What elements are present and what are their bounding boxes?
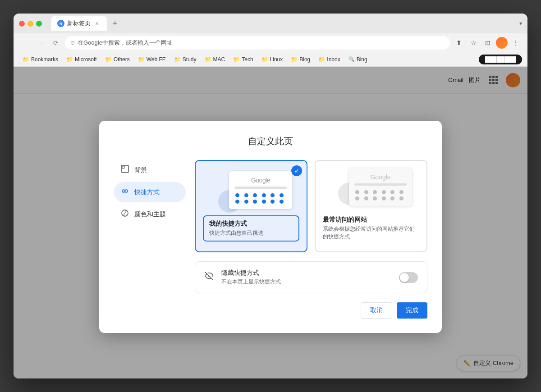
page-content: Gmail 图片 自定义此页 (14, 67, 527, 378)
bookmark-mac[interactable]: 📁 MAC (201, 55, 229, 64)
dot (364, 196, 368, 201)
bookmark-label: Linux (270, 56, 283, 63)
dot (235, 199, 239, 203)
address-bar[interactable]: ⊙ 在Google中搜索，或者输入一个网址 (65, 36, 450, 50)
sidebar-item-shortcuts[interactable]: 快捷方式 (114, 182, 186, 202)
folder-icon: 📁 (105, 56, 112, 63)
dot (390, 190, 394, 194)
extensions-button[interactable]: ⊡ (481, 36, 494, 49)
custom-button[interactable]: ████████ (479, 55, 522, 64)
bookmark-linux[interactable]: 📁 Linux (258, 55, 287, 64)
sidebar-item-label-colors: 颜色和主题 (134, 210, 166, 218)
bookmark-label: Study (183, 56, 197, 63)
dot (373, 196, 377, 201)
toggle-text: 隐藏快捷方式 不在本页上显示快捷方式 (221, 269, 392, 286)
tab-bar: N 新标签页 × + ▾ (51, 16, 522, 31)
bookmark-label: Tech (242, 56, 253, 63)
cancel-button[interactable]: 取消 (361, 302, 392, 319)
title-bar: N 新标签页 × + ▾ (14, 14, 527, 33)
toolbar-actions: ⬆ ☆ ⊡ ⋮ (453, 36, 522, 49)
option-desc-1: 快捷方式由您自己挑选 (209, 229, 293, 237)
option-card-my-shortcuts[interactable]: ✓ Google (195, 160, 307, 252)
folder-icon: 📁 (261, 56, 268, 63)
option-card-most-visited[interactable]: Google (315, 160, 427, 252)
bookmark-others[interactable]: 📁 Others (101, 55, 133, 64)
bookmark-label: Bookmarks (31, 56, 58, 63)
dot (382, 196, 386, 201)
sidebar-item-colors[interactable]: 颜色和主题 (114, 204, 186, 224)
bookmark-label: MAC (213, 56, 225, 63)
dot (280, 199, 284, 203)
maximize-window-button[interactable] (36, 21, 42, 27)
background-icon (120, 164, 130, 176)
close-window-button[interactable] (19, 21, 25, 27)
dot (280, 193, 284, 197)
sidebar-item-label-shortcuts: 快捷方式 (134, 188, 160, 196)
bookmark-label: Bing (357, 56, 367, 63)
tab-title: 新标签页 (67, 19, 91, 27)
active-tab[interactable]: N 新标签页 × (51, 16, 107, 31)
colors-icon (120, 209, 130, 220)
dot (253, 199, 257, 203)
hide-icon (204, 271, 214, 283)
mini-google-card: Google (229, 171, 292, 209)
browser-window: N 新标签页 × + ▾ ← → ⟳ ⊙ 在Google中搜索，或者输入一个网址… (14, 14, 527, 378)
svg-rect-1 (122, 166, 124, 169)
dot (244, 193, 248, 197)
option-cards: ✓ Google (195, 160, 427, 252)
option-label-plain-2: 最常访问的网站 系统会根据您经常访问的网站推荐它们的快捷方式 (323, 212, 419, 244)
mini-google-logo-1: Google (234, 176, 287, 183)
mini-search-bar-2 (354, 183, 407, 186)
card-illustration-shortcuts: Google (222, 171, 280, 209)
mini-dots-grid-1 (234, 193, 287, 203)
bookmark-microsoft[interactable]: 📁 Microsoft (63, 55, 101, 64)
back-button[interactable]: ← (19, 36, 32, 49)
mini-google-logo-2: Google (354, 173, 407, 181)
dot (373, 190, 377, 194)
bookmark-study[interactable]: 📁 Study (170, 55, 200, 64)
bookmarks-bar: 📁 Bookmarks 📁 Microsoft 📁 Others 📁 Web F… (14, 52, 527, 67)
option-title-1: 我的快捷方式 (209, 219, 293, 228)
dot (390, 196, 394, 201)
bookmark-webfe[interactable]: 📁 Web FE (134, 55, 170, 64)
tab-expand-button[interactable]: ▾ (519, 20, 522, 27)
dot (399, 190, 403, 194)
folder-icon: 📁 (205, 56, 211, 63)
tab-close-button[interactable]: × (93, 20, 101, 27)
minimize-window-button[interactable] (28, 21, 33, 27)
bookmark-blog[interactable]: 📁 Blog (287, 55, 314, 64)
dot (355, 190, 359, 194)
profile-avatar[interactable] (496, 37, 508, 49)
bookmark-bing[interactable]: 🔍 Bing (345, 55, 371, 64)
option-title-2: 最常访问的网站 (323, 216, 419, 224)
new-tab-button[interactable]: + (109, 17, 121, 30)
sidebar-item-label-background: 背景 (134, 166, 147, 174)
dot (235, 193, 239, 197)
hide-shortcuts-label: 隐藏快捷方式 (221, 269, 392, 277)
sidebar-item-background[interactable]: 背景 (114, 160, 186, 180)
reload-button[interactable]: ⟳ (50, 36, 62, 49)
hide-shortcuts-toggle[interactable] (399, 272, 418, 283)
bookmark-inbox[interactable]: 📁 Inbox (315, 55, 344, 64)
bookmark-label: Others (114, 56, 130, 63)
folder-icon: 📁 (138, 56, 145, 63)
toolbar: ← → ⟳ ⊙ 在Google中搜索，或者输入一个网址 ⬆ ☆ ⊡ ⋮ (14, 33, 527, 52)
menu-button[interactable]: ⋮ (509, 36, 522, 49)
bookmark-tech[interactable]: 📁 Tech (229, 55, 257, 64)
address-search-icon: ⊙ (70, 40, 75, 46)
modal-title: 自定义此页 (114, 135, 427, 147)
folder-icon: 📁 (291, 56, 298, 63)
confirm-button[interactable]: 完成 (397, 302, 427, 319)
folder-icon: 📁 (174, 56, 181, 63)
dot (244, 199, 248, 203)
bookmark-bookmarks[interactable]: 📁 Bookmarks (19, 55, 62, 64)
bookmark-label: Blog (299, 56, 310, 63)
dot (399, 196, 403, 201)
dot (262, 199, 266, 203)
mini-dots-grid-2 (354, 190, 407, 201)
check-badge: ✓ (291, 165, 302, 176)
bookmark-button[interactable]: ☆ (467, 36, 480, 49)
share-button[interactable]: ⬆ (453, 36, 465, 49)
hide-shortcuts-row: 隐藏快捷方式 不在本页上显示快捷方式 (195, 261, 427, 293)
forward-button[interactable]: → (34, 36, 47, 49)
